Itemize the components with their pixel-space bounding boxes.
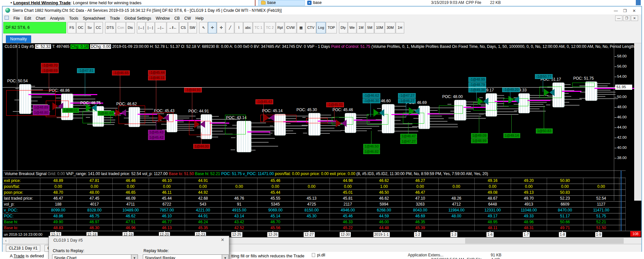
tab-normality[interactable]: Normality [6,35,31,43]
fill-label: 1@46.47 [400,134,417,139]
mdi-restore-icon[interactable]: ❐ [623,15,630,21]
table-cell: 0.00 [257,184,294,189]
file-name-pidll[interactable]: pi.dll [317,253,325,257]
tc1-button[interactable]: TC 1 [253,22,264,33]
minimize-icon[interactable]: — [611,9,620,13]
table-cell: 11048.00 [511,208,547,213]
menu-edit[interactable]: Edit [22,16,33,21]
table-cell: 6448 [475,202,511,207]
table-cell: 43.14 [221,213,258,219]
menu-cb[interactable]: CB [172,16,182,21]
row-label: exit price: [3,178,40,184]
table-cell: 4913 [511,202,547,207]
ray-tool-icon[interactable]: ⌇ [235,22,243,33]
1min-timeframe-button[interactable]: 1M [357,22,365,33]
oc-button[interactable]: OC [76,22,85,33]
scrollbar-thumb[interactable] [465,238,624,244]
cs-button[interactable]: CS [179,22,188,33]
compress-bar-spacing-fill-icon[interactable]: →‖← [167,22,179,33]
mdi-minimize-icon[interactable]: — [615,15,622,21]
crosshair-alt-tool-icon[interactable]: ✢ [217,22,225,33]
chart-canvas[interactable]: CLG19 1 Day #5 C: 52.32 T: 497465 Chg: 0… [3,43,641,237]
line-tool-icon[interactable]: ╱ [226,22,234,33]
fill-label: -1@46.27 [398,98,416,103]
menu-window[interactable]: Window [153,16,172,21]
table-cell: 0.00 [149,184,185,189]
fill-label-leader-line [156,120,156,130]
replay-button[interactable]: Rpl [276,22,285,33]
close-icon[interactable]: ✕ [630,9,639,13]
menu-help[interactable]: Help [193,16,206,21]
date-label: 12-26 [267,232,278,237]
chevron-down-icon[interactable]: ▼ [131,255,138,259]
menu-trade[interactable]: Trade [107,16,122,21]
window-controls[interactable]: —❐✕ [611,8,639,13]
fill-label: 1@50.83 [536,129,553,133]
pointer-tool-icon[interactable]: ⇖ [199,22,208,33]
menu-spreadsheet[interactable]: Spreadsheet [81,16,107,21]
ctv-button[interactable]: CTV [306,22,316,33]
restore-icon[interactable]: ❐ [620,9,630,13]
signal-values-table: exit price:48.8947.8146.4646.1044.9145.4… [3,178,626,231]
connect-button[interactable]: Con [116,22,126,33]
fill-label-leader-line [334,107,334,122]
menu-cw[interactable]: CW [182,16,193,21]
cvw-button[interactable]: CVW [285,22,296,33]
text-tool-button[interactable]: abc [243,22,253,33]
table-cell: 46.76 [221,196,258,201]
save-button[interactable]: Sv [85,22,94,33]
replay-mode-select[interactable]: Standard Replay▼ [143,254,229,259]
cc-button[interactable]: CC [94,22,103,33]
file-name-base-2[interactable]: base [313,0,322,5]
menu-file[interactable]: File [11,16,22,21]
compress-bar-spacing-icon[interactable]: →|← [155,22,166,33]
table-cell: 45.55 [257,196,294,201]
charts-to-replay-label: Charts to Replay: [53,249,85,253]
price-tick-label: 58.00 [617,54,637,58]
trade-link[interactable]: Trade [13,253,24,258]
daily-timeframe-button[interactable]: Dly [339,22,348,33]
profile-volume-bar [318,130,341,131]
poc-line [527,100,550,101]
table-cell: 45.81 [330,196,366,201]
tpo-grid-icon[interactable]: ▦ [297,22,305,33]
menu-tools[interactable]: Tools [67,16,81,21]
10min-timeframe-button[interactable]: 10M [374,22,385,33]
crosshair-tool-icon[interactable]: ✛ [208,22,217,33]
1hour-timeframe-button[interactable]: 1H [396,22,404,33]
fill-label: -1@46.11 [148,75,166,80]
5min-timeframe-button[interactable]: 5M [366,22,374,33]
table-row: last traded price:46.4747.4546.0945.4442… [3,195,626,201]
top-button[interactable]: TOP [326,22,336,33]
table-cell: 44.92 [185,190,221,195]
file-name-base[interactable]: base [267,0,276,5]
30min-timeframe-button[interactable]: 30M [385,22,395,33]
table-cell [221,178,258,184]
dts-button[interactable]: DTS [105,22,116,33]
table-cell: 47.45 [77,196,113,201]
mdi-window-controls[interactable]: —❐✕ [615,15,638,21]
dialog-close-icon[interactable]: ✕ [221,237,224,242]
scroll-left-button[interactable]: ‹ [3,238,9,244]
expand-bar-spacing-icon[interactable]: |↔| [137,22,146,33]
fs-button[interactable]: FS [67,22,76,33]
sell-entry-arrow-icon [158,114,164,122]
pane-divider[interactable] [3,170,626,171]
menu-analysis[interactable]: Analysis [47,16,67,21]
charts-to-replay-select[interactable]: Single Chart▼ [52,254,138,259]
title-bar[interactable]: Sierra Chart 1882 Normality.Cht SC Data … [3,7,641,14]
mdi-close-icon[interactable]: ✕ [631,15,638,21]
menu-chart[interactable]: Chart [33,16,47,21]
weekly-timeframe-button[interactable]: We [348,22,356,33]
table-cell [294,219,330,225]
expand-bar-spacing-fill-icon[interactable]: |⇔| [146,22,155,33]
menu-global-settings[interactable]: Global Settings [122,16,153,21]
disconnect-button[interactable]: Dis [126,22,135,33]
buy-exit-arrow-icon [483,98,488,105]
tc2-button[interactable]: TC 2 [264,22,275,33]
sw-button[interactable]: SW [188,22,197,33]
chart-window-tab-1[interactable]: CLZ18 1 Day #1 [6,245,40,252]
chevron-down-icon[interactable]: ▼ [222,255,228,259]
log-scale-button[interactable]: Log [316,22,326,33]
fill-label-leader-line [476,92,477,101]
